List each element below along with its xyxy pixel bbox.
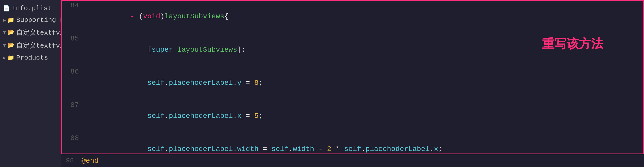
- line-code: - (void)layoutSubviews{: [79, 0, 644, 33]
- sidebar-label-products: Products: [16, 54, 48, 62]
- bottom-code-line: 98 @end: [61, 154, 644, 167]
- sidebar-label-textviewui-tests: 自定义textfviewUITests: [16, 41, 61, 50]
- triangle-open-icon2: ▼: [3, 43, 6, 48]
- table-row: 84 - (void)layoutSubviews{: [61, 0, 644, 33]
- folder-products-icon: 📁: [7, 54, 14, 61]
- sidebar-label-supporting-files: Supporting Files: [16, 16, 61, 24]
- table-row: 86 self.placehoderLabel.y = 8;: [61, 66, 644, 99]
- sidebar-item-textview-tests[interactable]: ▼ 📂 自定义textfviewTests: [0, 26, 61, 39]
- folder-icon: 📁: [7, 17, 14, 24]
- line-code: self.placehoderLabel.y = 8;: [79, 66, 644, 99]
- file-icon: 📄: [3, 5, 10, 12]
- line-code: self.placehoderLabel.x = 5;: [79, 100, 644, 133]
- line-number: 86: [61, 66, 79, 99]
- code-annotation: 重写该方法: [542, 36, 603, 52]
- triangle-icon: ▶: [3, 17, 6, 23]
- sidebar-item-textviewui-tests[interactable]: ▼ 📂 自定义textfviewUITests: [0, 39, 61, 52]
- folder-open-icon: 📂: [7, 29, 14, 36]
- sidebar-label-textview-tests: 自定义textfviewTests: [16, 28, 61, 37]
- bottom-line-number: 98: [61, 157, 79, 164]
- table-row: 87 self.placehoderLabel.x = 5;: [61, 100, 644, 133]
- folder-open-icon2: 📂: [7, 42, 14, 49]
- triangle-open-icon: ▼: [3, 30, 6, 35]
- sidebar-item-products[interactable]: ▶ 📁 Products: [0, 52, 61, 64]
- sidebar-item-info-plist[interactable]: 📄 Info.plist: [0, 3, 61, 14]
- bottom-line-content: @end: [79, 157, 99, 165]
- line-number: 85: [61, 33, 79, 66]
- code-content: 84 - (void)layoutSubviews{ 85 [super lay…: [61, 0, 644, 167]
- line-number: 87: [61, 100, 79, 133]
- line-number: 84: [61, 0, 79, 33]
- sidebar: 📄 Info.plist ▶ 📁 Supporting Files ▼ 📂 自定…: [0, 0, 61, 167]
- code-area: 84 - (void)layoutSubviews{ 85 [super lay…: [61, 0, 644, 167]
- sidebar-label-info-plist: Info.plist: [12, 5, 52, 12]
- triangle-products-icon: ▶: [3, 55, 6, 61]
- sidebar-item-supporting-files[interactable]: ▶ 📁 Supporting Files: [0, 14, 61, 26]
- code-table: 84 - (void)layoutSubviews{ 85 [super lay…: [61, 0, 644, 167]
